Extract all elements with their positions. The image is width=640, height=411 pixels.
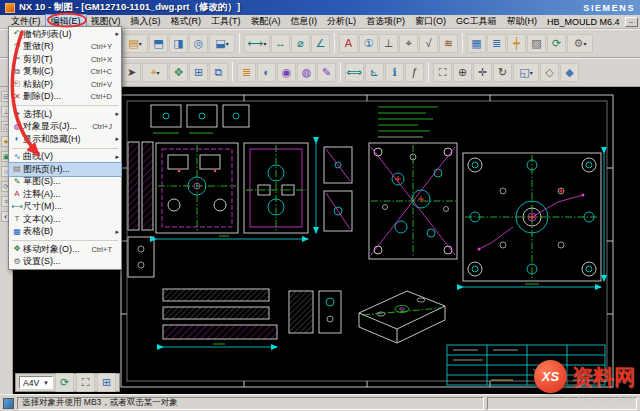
sketch-icon: ✎ (11, 178, 23, 186)
menu-item-annotation[interactable]: A注释(A)... (9, 188, 121, 201)
mirror-icon[interactable]: ⧉ (209, 63, 228, 82)
crosshatch-icon[interactable]: ▨ (527, 34, 546, 53)
dropdown-caret-icon: ▾ (583, 40, 586, 47)
menu-item-redo[interactable]: ↷重做(R)Ctrl+Y (9, 41, 121, 54)
menubar-item-window[interactable]: 窗口(O) (410, 15, 451, 28)
menu-item-move-object[interactable]: ✥移动对象(O)...Ctrl+T (9, 243, 121, 256)
menu-item-sheet[interactable]: ▤图纸页(H)... (9, 163, 121, 176)
projected-view-icon[interactable]: ◨ (169, 34, 188, 53)
section-view-icon[interactable]: ⬓▾ (209, 34, 235, 53)
menubar-item-gc-toolbox[interactable]: GC工具箱 (451, 15, 502, 28)
table-note-icon[interactable]: ▦ (467, 34, 486, 53)
view-bar-icons: ⟳⛶⊞ (55, 373, 116, 392)
dropdown-caret-icon: ▾ (226, 40, 229, 47)
shaded-icon[interactable]: ◆ (560, 63, 579, 82)
object-display-icon: ◍ (11, 123, 23, 131)
parts-list-icon[interactable]: ≣ (487, 34, 506, 53)
pattern-icon[interactable]: ⊞ (189, 63, 208, 82)
measure-angle-icon[interactable]: ⊾ (365, 63, 384, 82)
move-object-icon[interactable]: ✥ (169, 63, 188, 82)
menu-item-dimension[interactable]: ⟷尺寸(M)... (9, 201, 121, 214)
selection-filter-icon[interactable]: ➤ (122, 63, 141, 82)
menu-item-selection[interactable]: ➤选择(L)▸ (9, 108, 121, 121)
linear-dimension-icon[interactable]: ↔ (271, 34, 290, 53)
minimize-button[interactable]: ─ (625, 17, 638, 27)
menu-item-copy[interactable]: ⧉复制(C)Ctrl+C (9, 66, 121, 79)
menu-item-show-hide[interactable]: ◐显示和隐藏(H)▸ (9, 133, 121, 146)
settings-icon: ⚙ (11, 258, 23, 266)
annotation-icon: A (11, 190, 23, 198)
menubar-item-format[interactable]: 格式(R) (166, 15, 207, 28)
toolbar-separator (428, 62, 429, 82)
menu-separator (12, 240, 118, 241)
nx-application-window: { "window": { "title": "NX 10 - 制图 - [GM… (0, 0, 640, 411)
rotate-view-icon[interactable]: ↻ (493, 63, 512, 82)
fit-sheet-icon[interactable]: ⛶ (76, 373, 95, 392)
menubar-item-insert[interactable]: 插入(S) (126, 15, 166, 28)
submenu-arrow-icon: ▸ (112, 30, 119, 38)
sheet-grid-icon[interactable]: ⊞ (97, 373, 116, 392)
sheet-selector-value: A4V (23, 378, 39, 388)
document-window-controls: ─ ❐ ✕ (625, 15, 640, 28)
menubar-item-help[interactable]: 帮助(H) (502, 15, 543, 28)
drafting-preferences-icon[interactable]: ⚙▾ (567, 34, 593, 53)
surface-finish-icon[interactable]: √ (419, 34, 438, 53)
menubar-item-information[interactable]: 信息(I) (286, 15, 323, 28)
chevron-down-icon: ▼ (43, 380, 49, 386)
menu-item-text[interactable]: T文本(X)... (9, 213, 121, 226)
menu-item-cut[interactable]: ✂剪切(T)Ctrl+X (9, 53, 121, 66)
menubar-item-tools[interactable]: 工具(T) (206, 15, 246, 28)
menubar-item-hb-mould[interactable]: HB_MOULD M6.4 (542, 15, 625, 28)
menu-item-table[interactable]: ▦表格(B)▸ (9, 226, 121, 239)
note-icon[interactable]: A (339, 34, 358, 53)
weld-symbol-icon[interactable]: ≋ (439, 34, 458, 53)
edit-object-display-icon[interactable]: ✎ (317, 63, 336, 82)
zoom-icon[interactable]: ⊕ (453, 63, 472, 82)
object-display-icon[interactable]: ◍ (297, 63, 316, 82)
curve-icon: ∿ (11, 153, 23, 161)
fit-view-icon[interactable]: ⛶ (433, 63, 452, 82)
menubar-item-preferences[interactable]: 首选项(P) (361, 15, 410, 28)
balloon-icon[interactable]: ① (359, 34, 378, 53)
orient-view-icon[interactable]: ◱▾ (513, 63, 539, 82)
wireframe-icon[interactable]: ◇ (540, 63, 559, 82)
pan-icon[interactable]: ✛ (473, 63, 492, 82)
layer-settings-icon[interactable]: ≣ (237, 63, 256, 82)
centerline-icon[interactable]: ┿ (507, 34, 526, 53)
menu-item-undo-list[interactable]: ↶撤销列表(U)▸ (9, 28, 121, 41)
menu-item-paste[interactable]: ⎗粘贴(P)Ctrl+V (9, 78, 121, 91)
datum-feature-icon[interactable]: ⊥ (379, 34, 398, 53)
sheet-icon: ▤ (11, 165, 23, 173)
menu-item-curve[interactable]: ∿曲线(V)▸ (9, 151, 121, 164)
menubar-item-assemblies[interactable]: 装配(A) (246, 15, 286, 28)
title-bar: NX 10 - 制图 - [GM12710-1101_dwg.prt（修改的）]… (0, 0, 640, 15)
show-hide-icon[interactable]: ◉ (277, 63, 296, 82)
base-view-icon[interactable]: ⬒ (149, 34, 168, 53)
detail-view-icon[interactable]: ◎ (189, 34, 208, 53)
measure-distance-icon[interactable]: ⟺ (345, 63, 364, 82)
copy-icon: ⧉ (11, 68, 23, 76)
edit-dropdown-menu: ↶撤销列表(U)▸↷重做(R)Ctrl+Y✂剪切(T)Ctrl+X⧉复制(C)C… (8, 26, 122, 270)
angular-dimension-icon[interactable]: ∠ (311, 34, 330, 53)
feature-control-frame-icon[interactable]: ⌖ (399, 34, 418, 53)
menu-item-sketch[interactable]: ✎草图(S)... (9, 176, 121, 189)
rapid-dimension-icon[interactable]: ⟷▾ (244, 34, 270, 53)
update-views-icon[interactable]: ⟳ (547, 34, 566, 53)
submenu-arrow-icon: ▸ (112, 110, 119, 118)
snap-point-icon[interactable]: ⌖▾ (142, 63, 168, 82)
expression-icon[interactable]: ƒ (405, 63, 424, 82)
radial-dimension-icon[interactable]: ⌀ (291, 34, 310, 53)
menubar-item-analysis[interactable]: 分析(L) (322, 15, 361, 28)
menu-item-delete[interactable]: ✕删除(D)...Ctrl+D (9, 91, 121, 104)
new-sheet-icon[interactable]: ▤▾ (122, 34, 148, 53)
sheet-selector-combo[interactable]: A4V ▼ (19, 376, 53, 389)
siemens-logo: SIEMENS (583, 3, 635, 13)
toolbar-separator (232, 62, 233, 82)
menu-item-settings[interactable]: ⚙设置(S)... (9, 256, 121, 269)
redo-icon: ↷ (11, 43, 23, 51)
visible-in-view-icon[interactable]: ◐ (257, 63, 276, 82)
refresh-view-icon[interactable]: ⟳ (55, 373, 74, 392)
toolbar-separator (334, 33, 335, 53)
menu-item-object-display[interactable]: ◍对象显示(J)...Ctrl+J (9, 121, 121, 134)
information-icon[interactable]: ℹ (385, 63, 404, 82)
